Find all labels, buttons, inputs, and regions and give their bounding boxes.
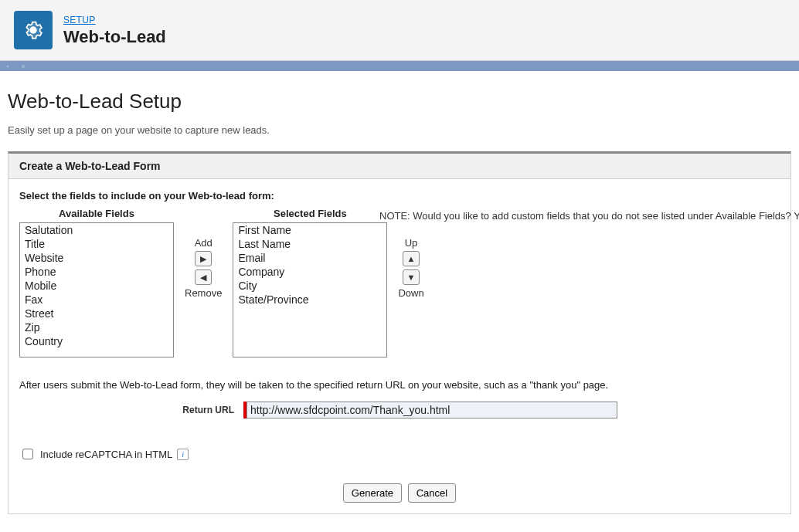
recaptcha-checkbox[interactable] xyxy=(22,449,33,459)
note-text: NOTE: Would you like to add custom field… xyxy=(379,210,799,222)
list-item[interactable]: Company xyxy=(233,265,386,279)
down-label: Down xyxy=(398,287,423,299)
panel-header: Create a Web-to-Lead Form xyxy=(8,154,790,179)
content-area: Web-to-Lead Setup Easily set up a page o… xyxy=(0,71,799,532)
field-instructions: Select the fields to include on your Web… xyxy=(19,190,780,202)
page-heading: Web-to-Lead xyxy=(63,27,166,47)
up-label: Up xyxy=(405,237,418,249)
list-item[interactable]: State/Province xyxy=(233,293,386,307)
triangle-right-icon: ▶ xyxy=(200,254,206,264)
return-url-input[interactable] xyxy=(246,402,617,418)
generate-button[interactable]: Generate xyxy=(343,483,402,503)
page-title: Web-to-Lead Setup xyxy=(8,90,791,114)
available-fields-listbox[interactable]: SalutationTitleWebsitePhoneMobileFaxStre… xyxy=(19,222,174,357)
list-item[interactable]: Country xyxy=(20,334,173,348)
header-text: SETUP Web-to-Lead xyxy=(63,14,166,47)
list-item[interactable]: Email xyxy=(233,251,386,265)
move-down-button[interactable]: ▼ xyxy=(403,269,420,285)
add-label: Add xyxy=(195,237,212,249)
return-url-label: Return URL xyxy=(19,405,243,415)
reorder-column: Up ▲ ▼ Down xyxy=(398,237,423,299)
panel-body: Select the fields to include on your Web… xyxy=(8,179,790,513)
selected-fields-label: Selected Fields xyxy=(233,208,387,219)
list-item[interactable]: Mobile xyxy=(20,279,173,293)
list-item[interactable]: Zip xyxy=(20,320,173,334)
cancel-button[interactable]: Cancel xyxy=(408,483,456,503)
gear-icon xyxy=(14,11,53,49)
move-up-button[interactable]: ▲ xyxy=(403,251,420,266)
list-item[interactable]: Phone xyxy=(20,265,173,279)
setup-breadcrumb-link[interactable]: SETUP xyxy=(63,15,96,25)
return-url-input-wrap xyxy=(243,402,617,418)
add-remove-column: Add ▶ ◀ Remove xyxy=(185,237,222,299)
selected-column: Selected Fields First NameLast NameEmail… xyxy=(233,208,387,357)
triangle-left-icon: ◀ xyxy=(200,273,206,283)
page-description: Easily set up a page on your website to … xyxy=(8,124,791,136)
remove-button[interactable]: ◀ xyxy=(195,269,212,285)
list-item[interactable]: First Name xyxy=(233,223,386,237)
return-url-description: After users submit the Web-to-Lead form,… xyxy=(19,379,780,391)
list-item[interactable]: Last Name xyxy=(233,237,386,251)
list-item[interactable]: Street xyxy=(20,307,173,320)
decorative-divider xyxy=(0,60,799,71)
available-column: Available Fields SalutationTitleWebsiteP… xyxy=(19,208,174,357)
list-item[interactable]: Fax xyxy=(20,293,173,307)
triangle-down-icon: ▼ xyxy=(407,273,416,282)
return-url-row: Return URL xyxy=(19,402,780,418)
list-item[interactable]: Salutation xyxy=(20,223,173,237)
list-item[interactable]: City xyxy=(233,279,386,293)
form-panel: Create a Web-to-Lead Form Select the fie… xyxy=(8,151,791,514)
selected-fields-listbox[interactable]: First NameLast NameEmailCompanyCityState… xyxy=(233,222,387,357)
dual-listbox: Available Fields SalutationTitleWebsiteP… xyxy=(19,208,780,357)
add-button[interactable]: ▶ xyxy=(195,251,212,266)
recaptcha-row: Include reCAPTCHA in HTML i xyxy=(19,446,780,462)
remove-label: Remove xyxy=(185,287,222,299)
button-row: Generate Cancel xyxy=(19,483,780,503)
list-item[interactable]: Website xyxy=(20,251,173,265)
list-item[interactable]: Title xyxy=(20,237,173,251)
triangle-up-icon: ▲ xyxy=(407,254,416,263)
header-bar: SETUP Web-to-Lead xyxy=(0,0,799,60)
recaptcha-label: Include reCAPTCHA in HTML xyxy=(40,449,172,460)
available-fields-label: Available Fields xyxy=(19,208,174,219)
info-icon[interactable]: i xyxy=(177,449,189,460)
